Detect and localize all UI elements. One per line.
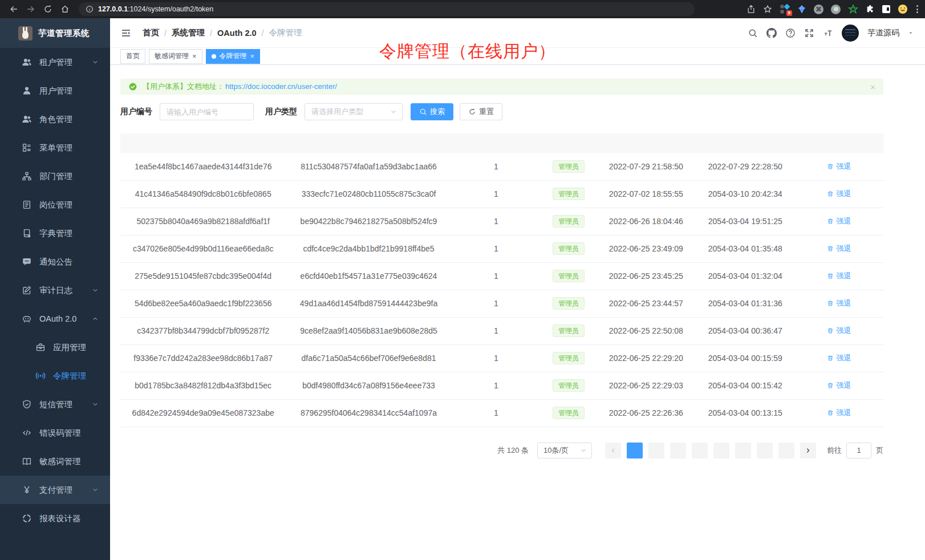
extension-record-icon[interactable] — [831, 5, 841, 14]
tab-label: 首页 — [126, 51, 140, 61]
force-logout-button[interactable]: 强退 — [827, 189, 851, 199]
share-icon[interactable] — [747, 5, 756, 14]
sidebar-item[interactable]: OAuth 2.0 — [0, 305, 110, 333]
breadcrumb-item[interactable]: /令牌管理 — [257, 27, 302, 38]
reset-refresh-icon — [468, 108, 476, 116]
sidebar-item[interactable]: 审计日志 — [0, 276, 110, 305]
sidebar-item[interactable]: 菜单管理 — [0, 133, 110, 162]
tab[interactable]: 令牌管理 × — [206, 49, 261, 64]
force-logout-button[interactable]: 强退 — [827, 353, 851, 363]
sidebar-item-icon — [22, 228, 32, 238]
app-logo[interactable]: 芋道管理系统 — [0, 18, 110, 48]
force-logout-button[interactable]: 强退 — [827, 271, 851, 281]
refresh-token-cell: dfa6c71a50a54c66bef706ef9e6e8d81 — [286, 344, 451, 372]
browser-reload-button[interactable] — [43, 5, 52, 14]
sidebar-item[interactable]: 通知公告 — [0, 247, 110, 276]
sidebar-item[interactable]: 令牌管理 — [0, 362, 110, 390]
sidebar-item[interactable]: 错误码管理 — [0, 419, 110, 447]
force-logout-button[interactable]: 强退 — [827, 244, 851, 254]
page-button[interactable] — [757, 443, 773, 458]
user-type-select[interactable]: 请选择用户类型 — [305, 103, 403, 120]
page-button[interactable] — [670, 443, 686, 458]
breadcrumb-item[interactable]: /OAuth 2.0 — [205, 29, 257, 38]
page-button[interactable] — [735, 443, 751, 458]
tab[interactable]: 首页 — [120, 49, 145, 64]
site-info-icon[interactable] — [86, 5, 94, 13]
profile-avatar-icon[interactable] — [898, 4, 908, 14]
goto-page-input[interactable] — [846, 443, 871, 458]
page-button[interactable] — [648, 443, 664, 458]
force-logout-button[interactable]: 强退 — [827, 298, 851, 309]
extension-puzzle-icon[interactable] — [866, 5, 875, 14]
sidebar-item[interactable]: 部门管理 — [0, 162, 110, 190]
user-avatar[interactable] — [842, 25, 859, 42]
browser-back-button[interactable] — [9, 5, 18, 14]
token-table: 1ea5e44f8bc1467aaede43144f31de76 811c530… — [120, 133, 883, 427]
sidebar-item-icon — [22, 285, 32, 295]
github-icon[interactable] — [766, 28, 777, 38]
user-caret-icon[interactable] — [908, 30, 914, 36]
extension-badge: 9 — [786, 10, 792, 16]
browser-forward-button[interactable] — [26, 5, 35, 14]
sidebar-item[interactable]: 用户管理 — [0, 76, 110, 105]
expire-time-cell: 2054-03-04 00:13:15 — [696, 399, 795, 427]
help-icon[interactable] — [785, 28, 796, 38]
table-header-cell — [286, 133, 451, 153]
reset-button[interactable]: 重置 — [460, 103, 502, 120]
browser-menu-icon[interactable] — [915, 4, 919, 14]
user-name[interactable]: 芋道源码 — [867, 28, 899, 38]
sidebar-item[interactable]: 报表设计器 — [0, 504, 110, 533]
sidebar-item[interactable]: 支付管理 — [0, 476, 110, 504]
header-search-icon[interactable] — [748, 28, 758, 38]
table-row: c347026e805e4d99b0d116eae66eda8c cdfc4ce… — [120, 235, 883, 262]
sidebar-menu: 租户管理 用户管理 角色管理 菜单管理 部门管理 岗位管理 — [0, 48, 110, 560]
sidebar-item[interactable]: 敏感词管理 — [0, 447, 110, 476]
user-id-input[interactable] — [160, 103, 254, 120]
page-button[interactable] — [627, 443, 643, 458]
force-logout-button[interactable]: 强退 — [827, 326, 851, 336]
hamburger-icon[interactable] — [119, 26, 133, 40]
force-logout-button[interactable]: 强退 — [827, 380, 851, 391]
tab-close-icon[interactable]: × — [192, 52, 197, 60]
expire-time-cell: 2054-03-10 20:42:34 — [696, 180, 795, 208]
tab-close-icon[interactable]: × — [250, 52, 255, 60]
breadcrumb-item[interactable]: 首页 — [143, 27, 159, 38]
extension-star-icon[interactable] — [848, 4, 858, 14]
page-button[interactable] — [778, 443, 794, 458]
fullscreen-icon[interactable] — [804, 28, 814, 38]
sidebar-item[interactable]: 字典管理 — [0, 219, 110, 247]
trash-icon — [827, 409, 834, 416]
search-button[interactable]: 搜索 — [411, 103, 453, 120]
doc-link[interactable]: https://doc.iocoder.cn/user-center/ — [225, 82, 337, 91]
force-logout-button[interactable]: 强退 — [827, 216, 851, 226]
address-bar[interactable]: 127.0.0.1:1024/system/oauth2/token — [79, 2, 695, 16]
tab-label: 令牌管理 — [220, 51, 247, 61]
force-logout-button[interactable]: 强退 — [827, 408, 851, 418]
sidebar-item[interactable]: 租户管理 — [0, 48, 110, 76]
force-logout-button[interactable]: 强退 — [827, 161, 851, 172]
action-cell: 强退 — [795, 180, 883, 208]
page-button[interactable] — [692, 443, 708, 458]
breadcrumb-item[interactable]: /系统管理 — [159, 27, 205, 38]
expire-time-cell: 2054-03-04 01:35:48 — [696, 235, 795, 262]
user-id-cell: 1 — [452, 180, 541, 208]
alert-close-icon[interactable]: × — [870, 82, 875, 92]
table-row: 54d6be82ee5a460a9aedc1f9bf223656 49d1aa4… — [120, 290, 883, 317]
create-time-cell: 2022-06-25 22:26:36 — [597, 399, 696, 427]
bookmark-star-icon[interactable] — [763, 5, 772, 14]
extension-command-icon[interactable]: ⌘ — [814, 5, 823, 14]
prev-page-button[interactable] — [605, 443, 621, 458]
sidebar-item[interactable]: 角色管理 — [0, 105, 110, 133]
sidebar-item[interactable]: 短信管理 — [0, 390, 110, 419]
next-page-button[interactable] — [800, 443, 816, 458]
sidebar-item[interactable]: 应用管理 — [0, 333, 110, 362]
page-button[interactable] — [713, 443, 729, 458]
extension-grid-icon[interactable]: 9 — [780, 4, 790, 14]
sidebar-item[interactable]: 岗位管理 — [0, 190, 110, 219]
extension-gem-icon[interactable] — [797, 5, 806, 14]
tab[interactable]: 敏感词管理 × — [149, 49, 202, 64]
browser-home-button[interactable] — [60, 5, 70, 14]
page-size-select[interactable]: 10条/页 — [537, 443, 592, 458]
side-panel-icon[interactable] — [882, 5, 890, 13]
font-size-icon[interactable] — [823, 28, 833, 38]
